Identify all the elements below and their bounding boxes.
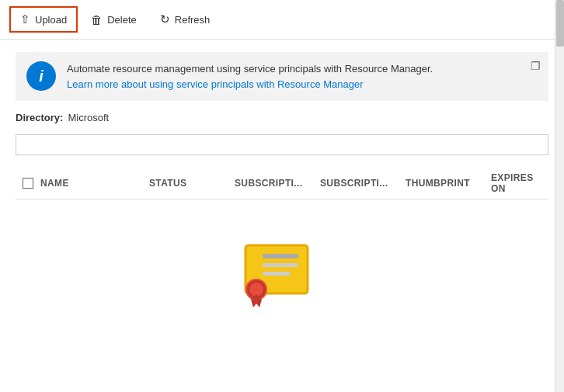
- svg-rect-3: [263, 272, 291, 276]
- select-all-checkbox[interactable]: [23, 178, 33, 189]
- table-header: NAME STATUS SUBSCRIPTI... SUBSCRIPTI... …: [16, 166, 548, 199]
- col-thumbprint: THUMBPRINT: [406, 178, 491, 189]
- select-all-checkbox-container: [16, 178, 40, 189]
- external-link-icon[interactable]: ❐: [531, 60, 541, 72]
- info-banner: i Automate resource management using ser…: [16, 52, 548, 101]
- col-name: NAME: [40, 178, 149, 189]
- banner-link[interactable]: Learn more about using service principal…: [67, 78, 364, 90]
- delete-label: Delete: [107, 14, 137, 26]
- col-expires: EXPIRES ON: [491, 172, 548, 194]
- svg-rect-2: [263, 263, 298, 267]
- col-subscription1: SUBSCRIPTI...: [235, 178, 320, 189]
- upload-button[interactable]: ⇧ Upload: [9, 6, 78, 33]
- info-text: Automate resource management using servi…: [67, 61, 538, 92]
- delete-button[interactable]: 🗑 Delete: [81, 8, 147, 32]
- col-subscription2: SUBSCRIPTI...: [320, 178, 406, 189]
- content-area: i Automate resource management using ser…: [0, 40, 564, 339]
- scrollbar-track[interactable]: [555, 0, 564, 392]
- empty-state: [16, 210, 548, 327]
- svg-rect-1: [263, 254, 298, 258]
- certificate-icon: [239, 241, 325, 311]
- toolbar: ⇧ Upload 🗑 Delete ↻ Refresh: [0, 0, 564, 40]
- directory-row: Directory: Microsoft: [16, 112, 548, 123]
- directory-label: Directory:: [16, 112, 63, 123]
- upload-icon: ⇧: [20, 12, 30, 26]
- banner-text: Automate resource management using servi…: [67, 63, 433, 75]
- info-icon: i: [26, 61, 56, 91]
- directory-value: Microsoft: [68, 112, 109, 123]
- col-status: STATUS: [149, 178, 235, 189]
- refresh-icon: ↻: [160, 12, 170, 26]
- delete-icon: 🗑: [91, 13, 103, 26]
- main-wrapper: ⇧ Upload 🗑 Delete ↻ Refresh i Automate r…: [0, 0, 564, 339]
- upload-label: Upload: [35, 14, 67, 26]
- refresh-label: Refresh: [175, 14, 211, 26]
- search-input[interactable]: [16, 134, 548, 155]
- scrollbar-thumb[interactable]: [556, 0, 564, 47]
- refresh-button[interactable]: ↻ Refresh: [150, 7, 221, 32]
